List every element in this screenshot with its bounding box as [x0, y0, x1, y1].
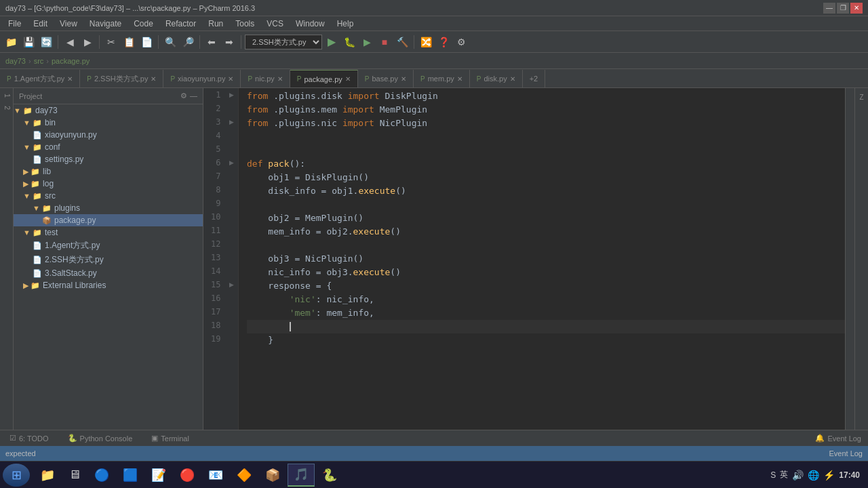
tree-item-1-Agent---py[interactable]: 📄1.Agent方式.py [14, 239, 203, 253]
lang-icon[interactable]: S [770, 470, 776, 480]
taskbar-app-5[interactable]: 🔴 [174, 464, 201, 487]
help-button[interactable]: ❓ [435, 34, 452, 50]
structure-icon[interactable]: 1 [0, 88, 13, 103]
tree-item-test[interactable]: ▼ 📁test [14, 226, 203, 239]
tab-disk-py[interactable]: Pdisk.py✕ [470, 70, 523, 87]
settings-button[interactable]: ⚙ [453, 34, 469, 50]
fold-button[interactable]: ▶ [224, 278, 238, 291]
menu-item-vcs[interactable]: VCS [261, 18, 289, 30]
copy-button[interactable]: 📋 [121, 34, 137, 50]
debug-button[interactable]: 🐛 [341, 34, 357, 50]
tab-2[interactable]: +2 [523, 70, 546, 87]
menu-item-file[interactable]: File [3, 18, 26, 30]
bottom-tab-python-console[interactable]: 🐍Python Console [58, 431, 142, 445]
tree-item-lib[interactable]: ▶ 📁lib [14, 165, 203, 178]
run-config-dropdown[interactable]: 2.SSH类方式.py [245, 35, 322, 49]
tab-close-btn[interactable]: ✕ [345, 75, 351, 83]
stop-button[interactable]: ■ [376, 34, 393, 50]
event-log-tab[interactable]: 🔔Event Log [806, 431, 868, 445]
volume-icon[interactable]: 🔊 [792, 470, 804, 481]
taskbar-app-8[interactable]: 📦 [259, 464, 286, 487]
tab-nic-py[interactable]: Pnic.py✕ [241, 70, 290, 87]
tree-item-3-SaltStack-py[interactable]: 📄3.SaltStack.py [14, 267, 203, 279]
replace-button[interactable]: 🔎 [180, 34, 196, 50]
save-button[interactable]: 💾 [20, 34, 37, 50]
run-button[interactable]: ▶ [323, 34, 340, 50]
taskbar-app-7[interactable]: 🔶 [231, 464, 258, 487]
sync-button[interactable]: 🔄 [38, 34, 54, 50]
tab-close-btn[interactable]: ✕ [67, 75, 73, 83]
breadcrumb-day73[interactable]: day73 [5, 57, 26, 65]
menu-item-help[interactable]: Help [332, 18, 359, 30]
tab-close-btn[interactable]: ✕ [510, 75, 515, 83]
fold-button[interactable]: ▶ [224, 156, 238, 169]
menu-item-tools[interactable]: Tools [230, 18, 260, 30]
maximize-button[interactable]: ❐ [837, 3, 849, 14]
bottom-tab-6:-todo[interactable]: ☑6: TODO [0, 431, 58, 445]
bottom-tab-terminal[interactable]: ▣Terminal [142, 431, 199, 445]
open-project-button[interactable]: 📁 [3, 34, 19, 50]
coverage-button[interactable]: ▶ [359, 34, 375, 50]
favorites-icon[interactable]: 2 [0, 103, 13, 113]
sidebar-settings-icon[interactable]: ⚙ [180, 92, 187, 100]
prev-occurrence-button[interactable]: ⬅ [203, 34, 220, 50]
menu-item-view[interactable]: View [54, 18, 83, 30]
search-button[interactable]: 🔍 [162, 34, 178, 50]
tree-item-conf[interactable]: ▼ 📁conf [14, 141, 203, 153]
menu-item-refactor[interactable]: Refactor [160, 18, 201, 30]
tree-item-day73[interactable]: ▼ 📁day73 [14, 104, 203, 117]
breadcrumb-src[interactable]: src [34, 57, 44, 65]
tab-base-py[interactable]: Pbase.py✕ [358, 70, 414, 87]
tree-item-log[interactable]: ▶ 📁log [14, 178, 203, 190]
fold-button[interactable]: ▶ [224, 88, 238, 102]
code-editor[interactable]: from .plugins.disk import DiskPluginfrom… [239, 88, 845, 430]
taskbar-app-3[interactable]: 🟦 [117, 464, 144, 487]
tab-2-SSH-py[interactable]: P2.SSH类方式.py✕ [80, 70, 163, 87]
fold-button[interactable]: ▶ [224, 115, 238, 129]
tab-close-btn[interactable]: ✕ [277, 75, 283, 83]
taskbar-app-4[interactable]: 📝 [145, 464, 172, 487]
right-icon-1[interactable]: Z [858, 91, 865, 104]
taskbar-app-2[interactable]: 🔵 [88, 464, 115, 487]
tree-item-xiaoyunyun-py[interactable]: 📄xiaoyunyun.py [14, 129, 203, 141]
tab-1-Agent-py[interactable]: P1.Agent方式.py✕ [0, 70, 80, 87]
taskbar-app-9[interactable]: 🎵 [288, 464, 315, 487]
tab-close-btn[interactable]: ✕ [457, 75, 462, 83]
tree-item-package-py[interactable]: 📦package.py [14, 214, 203, 226]
close-button[interactable]: ✕ [850, 3, 863, 14]
taskbar-app-1[interactable]: 🖥 [62, 464, 87, 487]
tree-item-settings-py[interactable]: 📄settings.py [14, 153, 203, 165]
menu-item-code[interactable]: Code [128, 18, 159, 30]
tab-close-btn[interactable]: ✕ [401, 75, 406, 83]
breadcrumb-packagepy[interactable]: package.py [52, 57, 90, 65]
event-log-label[interactable]: Event Log [829, 449, 863, 458]
tab-mem-py[interactable]: Pmem.py✕ [414, 70, 470, 87]
tree-item-2-SSH----py[interactable]: 📄2.SSH类方式.py [14, 253, 203, 267]
start-button[interactable]: ⊞ [3, 464, 30, 487]
menu-item-run[interactable]: Run [203, 18, 229, 30]
tree-item-bin[interactable]: ▼ 📁bin [14, 117, 203, 129]
tab-close-btn[interactable]: ✕ [151, 75, 156, 83]
tree-item-plugins[interactable]: ▼ 📁plugins [14, 202, 203, 214]
power-icon[interactable]: ⚡ [823, 470, 835, 481]
taskbar-app-0[interactable]: 📁 [34, 464, 61, 487]
tab-close-btn[interactable]: ✕ [228, 75, 233, 83]
menu-item-navigate[interactable]: Navigate [84, 18, 127, 30]
tree-item-src[interactable]: ▼ 📁src [14, 190, 203, 202]
menu-item-window[interactable]: Window [290, 18, 330, 30]
tab-xiaoyunyun-py[interactable]: Pxiaoyunyun.py✕ [163, 70, 241, 87]
taskbar-app-6[interactable]: 📧 [202, 464, 229, 487]
tree-item-External-Libraries[interactable]: ▶ 📁External Libraries [14, 279, 203, 291]
cut-button[interactable]: ✂ [103, 34, 119, 50]
network-icon[interactable]: 🌐 [808, 470, 819, 481]
minimize-button[interactable]: — [823, 3, 835, 14]
menu-item-edit[interactable]: Edit [28, 18, 53, 30]
build-button[interactable]: 🔨 [394, 34, 410, 50]
paste-button[interactable]: 📄 [138, 34, 155, 50]
back-button[interactable]: ◀ [62, 34, 78, 50]
commit-button[interactable]: 🔀 [418, 34, 434, 50]
forward-button[interactable]: ▶ [79, 34, 96, 50]
next-occurrence-button[interactable]: ➡ [221, 34, 237, 50]
tab-package-py[interactable]: Ppackage.py✕ [290, 70, 358, 87]
taskbar-app-10[interactable]: 🐍 [316, 464, 343, 487]
